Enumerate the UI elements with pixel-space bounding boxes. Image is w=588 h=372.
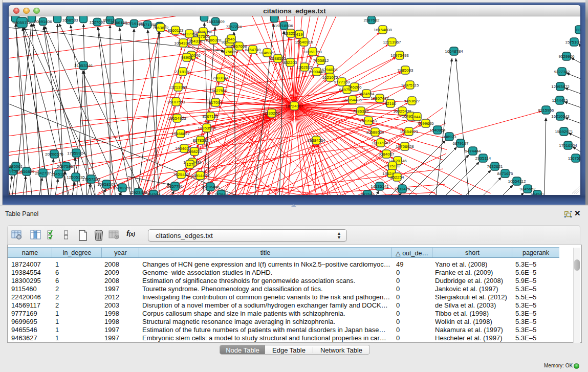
svg-text:2935114: 2935114 [475, 156, 491, 161]
svg-text:844: 844 [413, 115, 421, 119]
svg-text:15720407: 15720407 [359, 119, 378, 123]
svg-text:7357224: 7357224 [226, 25, 242, 29]
svg-text:1498222: 1498222 [186, 149, 203, 154]
svg-text:19166827: 19166827 [171, 132, 190, 136]
svg-text:1167533: 1167533 [568, 156, 580, 161]
svg-text:1640954: 1640954 [429, 128, 446, 133]
svg-text:6794028: 6794028 [321, 68, 338, 72]
svg-text:924506: 924506 [147, 192, 161, 195]
svg-text:98901: 98901 [181, 55, 193, 60]
svg-text:15692971: 15692971 [555, 129, 573, 134]
svg-text:10654112: 10654112 [508, 179, 527, 184]
svg-text:8267150: 8267150 [202, 114, 219, 119]
svg-text:1362615: 1362615 [296, 65, 313, 70]
svg-text:10807487: 10807487 [371, 96, 389, 101]
svg-text:16914479: 16914479 [191, 173, 209, 178]
svg-text:18807249: 18807249 [372, 141, 390, 145]
svg-text:19756928: 19756928 [396, 144, 414, 149]
svg-text:15716485: 15716485 [201, 185, 220, 189]
svg-text:924561: 924561 [531, 192, 545, 195]
svg-text:1733426: 1733426 [394, 187, 410, 191]
svg-text:14136141: 14136141 [371, 184, 389, 189]
svg-text:2803144: 2803144 [212, 76, 229, 80]
svg-text:1156829: 1156829 [19, 169, 35, 174]
svg-text:9657791: 9657791 [167, 184, 183, 189]
svg-text:252254: 252254 [390, 175, 404, 180]
svg-text:419: 419 [296, 32, 303, 37]
svg-text:8678332: 8678332 [192, 138, 209, 143]
svg-text:17016504: 17016504 [559, 143, 577, 148]
svg-text:18724007: 18724007 [285, 104, 303, 108]
svg-text:1244415: 1244415 [552, 98, 568, 103]
svg-text:7632621: 7632621 [487, 164, 503, 169]
svg-text:16107553: 16107553 [167, 100, 185, 104]
svg-text:2942737: 2942737 [35, 171, 51, 176]
svg-text:7625402: 7625402 [173, 172, 189, 177]
svg-text:7485003: 7485003 [397, 68, 413, 73]
svg-text:1615132: 1615132 [384, 164, 401, 168]
svg-text:8454749: 8454749 [245, 48, 261, 52]
svg-text:832203: 832203 [284, 60, 297, 65]
svg-text:546: 546 [228, 37, 235, 41]
svg-text:20206576: 20206576 [45, 152, 63, 157]
svg-text:9463627: 9463627 [404, 99, 420, 103]
svg-text:19654923: 19654923 [168, 116, 186, 121]
svg-text:7986322: 7986322 [353, 109, 369, 114]
svg-text:746266: 746266 [348, 85, 362, 90]
svg-text:16648784: 16648784 [445, 49, 463, 54]
svg-text:3624554: 3624554 [358, 92, 375, 96]
svg-text:1621072: 1621072 [322, 75, 338, 80]
svg-text:19218506: 19218506 [275, 24, 293, 28]
svg-text:9699695: 9699695 [418, 121, 434, 126]
svg-text:19384554: 19384554 [307, 138, 325, 143]
svg-text:17359924: 17359924 [67, 151, 85, 156]
svg-text:8186328: 8186328 [205, 38, 222, 42]
svg-text:954338: 954338 [189, 39, 203, 43]
svg-text:62160: 62160 [385, 101, 397, 106]
svg-text:10961758: 10961758 [303, 50, 322, 54]
svg-text:7955812: 7955812 [313, 58, 329, 63]
svg-text:885061: 885061 [9, 164, 23, 169]
svg-text:938923: 938923 [443, 135, 456, 139]
svg-text:9329966: 9329966 [558, 54, 575, 59]
svg-text:8427552: 8427552 [211, 89, 228, 93]
svg-text:2087682: 2087682 [363, 18, 380, 23]
svg-text:9084067: 9084067 [378, 152, 395, 157]
svg-text:7563822: 7563822 [153, 26, 169, 30]
svg-text:9146821: 9146821 [259, 51, 275, 55]
svg-text:12213967: 12213967 [383, 40, 401, 45]
svg-text:6879197: 6879197 [452, 141, 469, 146]
svg-text:20975867: 20975867 [57, 164, 75, 169]
svg-text:2330263: 2330263 [264, 111, 280, 116]
svg-text:9245652: 9245652 [519, 187, 536, 191]
svg-text:981546: 981546 [361, 192, 375, 195]
svg-text:20691406: 20691406 [34, 19, 52, 24]
svg-text:10973493: 10973493 [390, 53, 409, 58]
svg-text:1545194: 1545194 [51, 172, 67, 177]
svg-text:16210643: 16210643 [551, 114, 570, 119]
svg-text:917004: 917004 [209, 100, 223, 105]
svg-text:1117: 1117 [575, 28, 580, 32]
svg-text:20364436: 20364436 [343, 98, 362, 102]
svg-text:19654923: 19654923 [400, 129, 418, 134]
svg-text:9474444: 9474444 [465, 149, 481, 154]
svg-text:10688609: 10688609 [366, 130, 384, 135]
svg-text:15640910: 15640910 [295, 40, 313, 45]
svg-text:17957223: 17957223 [82, 177, 100, 182]
svg-text:8471675: 8471675 [497, 171, 513, 176]
svg-text:9777169: 9777169 [334, 80, 350, 84]
svg-text:12213369: 12213369 [169, 85, 187, 90]
svg-text:2718170: 2718170 [175, 70, 191, 74]
svg-text:1668533: 1668533 [62, 18, 78, 23]
svg-text:12975115: 12975115 [401, 83, 420, 87]
svg-text:15751074: 15751074 [565, 40, 580, 45]
svg-text:9227342: 9227342 [554, 70, 570, 74]
svg-text:12093872: 12093872 [551, 84, 570, 89]
svg-text:21053346: 21053346 [74, 63, 93, 68]
svg-text:8215956: 8215956 [538, 108, 554, 113]
svg-text:16154808: 16154808 [374, 28, 392, 32]
svg-text:3675685: 3675685 [221, 50, 237, 54]
svg-text:12353594: 12353594 [198, 126, 216, 130]
svg-text:127: 127 [186, 162, 193, 167]
svg-text:16782759: 16782759 [113, 186, 132, 190]
